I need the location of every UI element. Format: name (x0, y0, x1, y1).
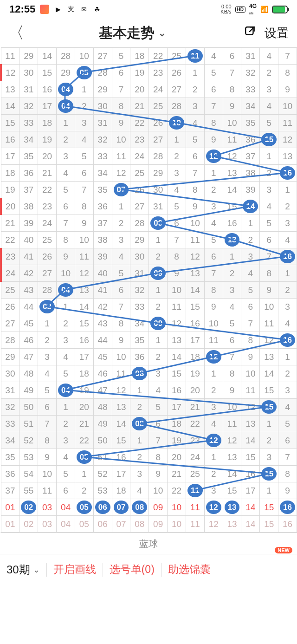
trend-cell: 15 (260, 399, 278, 416)
share-button[interactable] (240, 26, 260, 41)
trend-cell: 39 (93, 248, 112, 265)
table-row: 112914281027518222511463147 (1, 48, 297, 65)
trend-cell: 17 (112, 466, 130, 482)
trend-cell: 28 (130, 215, 149, 232)
trend-cell: 31 (19, 81, 38, 98)
trend-cell: 12 (260, 332, 278, 349)
wechat-icon: ✉ (80, 5, 88, 13)
trend-cell: 7 (168, 232, 186, 248)
trend-cell: 41 (19, 248, 38, 265)
clock: 12:55 (9, 3, 35, 15)
summary-cell: 14 (241, 499, 260, 516)
trend-cell: 04 (57, 81, 75, 98)
summary-row-highlight: 01020304050607080910111213141516 (1, 499, 297, 516)
toggle-lines-button[interactable]: 开启画线 (53, 562, 96, 577)
trend-cell: 15 (168, 365, 186, 382)
trend-cell: 48 (19, 365, 38, 382)
trend-cell: 25 (149, 98, 168, 115)
trend-cell: 6 (57, 198, 75, 215)
trend-grid: 1129142810275182225114631471230152905286… (0, 47, 297, 533)
trend-cell: 3 (75, 115, 93, 131)
summary-cell: 02 (19, 516, 38, 533)
trend-cell: 2 (130, 449, 149, 466)
trend-cell: 31 (241, 48, 260, 65)
trend-cell: 28 (93, 65, 112, 81)
trend-cell: 13 (186, 265, 204, 282)
trend-cell: 46 (93, 365, 112, 382)
trend-cell: 17 (38, 98, 57, 115)
trend-cell: 3 (260, 81, 278, 98)
trend-cell: 21 (130, 98, 149, 115)
trend-cell: 16 (278, 165, 297, 182)
trend-cell: 5 (278, 416, 297, 432)
trend-cell: 23 (1, 248, 19, 265)
trend-cell: 12 (168, 315, 186, 332)
trend-cell: 8 (260, 265, 278, 282)
table-row: 15331813319222610481035511 (1, 115, 297, 131)
trend-cell: 04 (57, 382, 75, 399)
blue-ball: 06 (95, 501, 110, 514)
trend-cell: 15 (260, 382, 278, 399)
trend-cell: 49 (93, 416, 112, 432)
period-selector[interactable]: 30期 ⌄ (6, 562, 40, 577)
trend-cell: 4 (241, 265, 260, 282)
trend-cell: 11 (186, 482, 204, 499)
trend-cell: 4 (168, 182, 186, 198)
network-icon: 4Gıılı (249, 3, 257, 16)
trend-cell: 18 (130, 48, 149, 65)
blue-ball: 04 (58, 283, 73, 297)
trend-cell: 30 (19, 65, 38, 81)
trend-cell: 04 (57, 282, 75, 299)
trend-cell: 6 (223, 48, 241, 65)
trend-cell: 7 (204, 98, 223, 115)
trend-cell: 9 (278, 81, 297, 98)
page-title[interactable]: 基本走势 (99, 24, 155, 43)
trend-cell: 3 (241, 248, 260, 265)
trend-cell: 08 (130, 416, 149, 432)
assist-button[interactable]: 助选锦囊 (168, 562, 211, 577)
trend-cell: 5 (38, 382, 57, 399)
trend-cell: 6 (112, 65, 130, 81)
trend-cell: 15 (223, 198, 241, 215)
trend-cell: 21 (38, 165, 57, 182)
trend-cell: 11 (204, 332, 223, 349)
trend-cell: 39 (241, 182, 260, 198)
trend-cell: 9 (112, 115, 130, 131)
trend-cell: 2 (278, 282, 297, 299)
trend-cell: 9 (168, 265, 186, 282)
blue-ball: 05 (77, 501, 92, 514)
trend-cell: 19 (168, 432, 186, 449)
trend-cell: 18 (112, 482, 130, 499)
trend-cell: 46 (19, 332, 38, 349)
summary-cell: 05 (75, 516, 93, 533)
trend-cell: 1 (260, 482, 278, 499)
trend-cell: 3 (57, 332, 75, 349)
footer-bar: 30期 ⌄ 开启画线 选号单(0) 助选锦囊 NEW (0, 554, 297, 585)
pick-list-button[interactable]: 选号单(0) (110, 562, 155, 577)
trend-cell: 3 (260, 182, 278, 198)
summary-cell: 14 (241, 516, 260, 533)
trend-cell: 18 (186, 349, 204, 365)
trend-cell: 3 (186, 98, 204, 115)
trend-cell: 29 (149, 165, 168, 182)
table-row: 163419243210232715911361512 (1, 131, 297, 148)
trend-cell: 14 (223, 466, 241, 482)
blue-ball: 05 (77, 450, 92, 464)
trend-cell: 11 (168, 299, 186, 315)
trend-cell: 10 (38, 466, 57, 482)
trend-cell: 1 (112, 198, 130, 215)
trend-cell: 27 (93, 48, 112, 65)
trend-cell: 24 (186, 449, 204, 466)
blue-ball: 09 (150, 267, 166, 280)
trend-cell: 27 (149, 131, 168, 148)
trend-cell: 4 (186, 115, 204, 131)
back-button[interactable]: 〈 (8, 22, 24, 44)
chevron-down-icon[interactable]: ⌄ (158, 27, 166, 39)
settings-link[interactable]: 设置 (265, 25, 289, 41)
trend-cell: 1 (223, 248, 241, 265)
trend-cell: 24 (130, 148, 149, 165)
trend-cell: 8 (112, 98, 130, 115)
trend-cell: 16 (1, 131, 19, 148)
trend-cell: 09 (149, 315, 168, 332)
trend-cell: 11 (1, 48, 19, 65)
